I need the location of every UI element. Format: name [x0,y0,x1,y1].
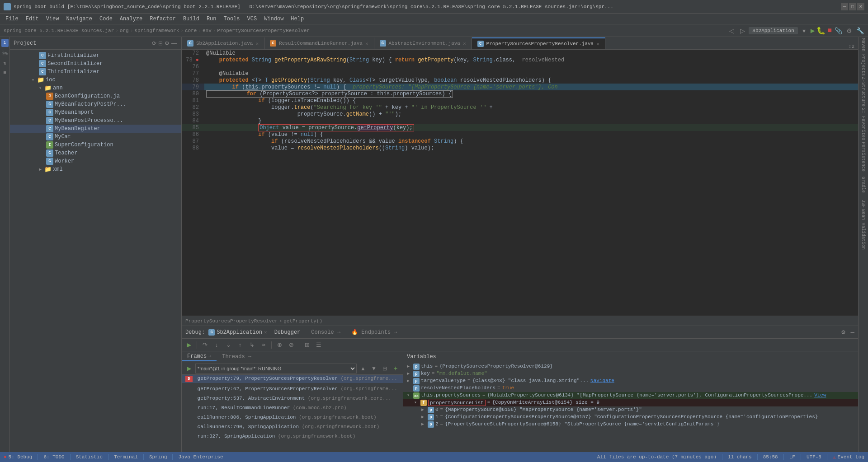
beanvalidation-icon[interactable]: Bean Validation [859,211,868,247]
terminal-button[interactable]: Terminal [114,454,138,460]
menu-build[interactable]: Build [179,15,203,23]
jsf-icon[interactable]: JSF [859,197,868,210]
tree-item-ann[interactable]: ▾ 📁 ann [10,84,181,92]
project-icon[interactable]: 1 [1,39,9,47]
code-editor[interactable]: 72 @Nullable 73 ● protected String getPr… [182,50,858,316]
tree-item-mycat[interactable]: C MyCat [10,133,181,141]
debug-tab-debugger[interactable]: Debugger [271,328,304,336]
project-close-button[interactable]: — [170,39,178,47]
debug-tab-endpoints[interactable]: 🔥 Endpoints → [348,328,401,336]
tab-resultcommandlinerunner[interactable]: C ResultCommandLineRunner.java ✕ [264,37,374,49]
get-thread-dump-button[interactable]: ⊞ [302,340,312,350]
tab-close-button[interactable]: ✕ [365,41,368,47]
var-expand-arrow[interactable]: ▶ [407,378,413,383]
thread-filter-button[interactable]: ⊟ [380,364,389,373]
statistic-button[interactable]: Statistic [76,454,103,460]
java-enterprise-button[interactable]: Java Enterprise [178,454,223,460]
threads-tab[interactable]: Threads → [217,353,257,361]
tab-sb2application[interactable]: C Sb2Application.java ✕ [182,37,264,49]
run-config-dropdown[interactable]: ▾ [800,26,809,35]
debug-button[interactable]: 🐛 [816,26,826,35]
frame-item-3[interactable]: run:17, ResultCommandLineRunner (com.moo… [182,402,403,411]
frame-item-5[interactable]: callRunners:790, SpringApplication (org.… [182,421,403,430]
debug-session-close[interactable]: ✕ [264,329,267,335]
tree-item-mybeanpost[interactable]: C MyBeanPostProcesso... [10,117,181,125]
thread-dropdown[interactable]: *main*@1 in group *main*: RUNNING [195,364,357,373]
debug-status-button[interactable]: ● 5: Debug [4,454,32,460]
menu-analyze[interactable]: Analyze [116,15,146,23]
settings-button[interactable]: 🔧 [855,26,864,35]
var-expand-arrow[interactable]: ▶ [421,414,428,420]
navigate-link[interactable]: Navigate [590,378,614,383]
thread-add-button[interactable]: + [391,364,400,373]
tab-close-button[interactable]: ✕ [463,41,466,47]
structure-icon[interactable]: ≡ [1,69,9,77]
project-sync-button[interactable]: ⟳ [151,39,157,47]
debug-minimize-button[interactable]: — [851,329,854,336]
var-array-2[interactable]: ▶ p 2 = {PropertySourceStubPropertySourc… [403,421,858,428]
step-out-button[interactable]: ↑ [235,340,245,350]
var-expand-arrow[interactable]: ▾ [414,400,420,405]
window-controls[interactable]: ─ □ ✕ [841,3,864,10]
menu-view[interactable]: View [42,15,63,23]
tree-item-xml[interactable]: ▶ 📁 xml [10,165,181,173]
tree-item-mybeanImport[interactable]: C MyBeanImport [10,108,181,117]
menu-vcs[interactable]: VCS [244,15,261,23]
menu-tools[interactable]: Tools [220,15,244,23]
frame-item-4[interactable]: callRunner:806, SpringApplication (org.s… [182,411,403,421]
line-ending[interactable]: LF [789,454,795,460]
project-collapse-button[interactable]: ⊟ [157,39,164,47]
tree-item-mybeanfactory[interactable]: C MyBeanFactoryPostPr... [10,100,181,108]
coverage-button[interactable]: ⚙ [844,26,854,35]
project-settings-button[interactable]: ⚙ [164,39,170,47]
tree-item-firstinitializer[interactable]: C FirstInitializer [10,51,181,60]
resume-button[interactable]: ▶ [184,340,194,350]
run-cursor-button[interactable]: ↳ [246,340,257,350]
tree-item-worker[interactable]: C Worker [10,157,181,165]
settings-button[interactable]: ☰ [313,340,324,350]
step-over-button[interactable]: ↷ [199,340,210,350]
file-encoding[interactable]: UTF-8 [807,454,821,460]
tree-item-thirdinitializer[interactable]: C ThirdInitializer [10,68,181,76]
frame-item-6[interactable]: run:327, SpringApplication (org.springfr… [182,430,403,440]
view-breakpoints-button[interactable]: ⊕ [274,340,285,350]
attach-button[interactable]: 📎 [834,26,843,35]
var-expand-arrow[interactable]: ▶ [407,371,413,376]
run-button[interactable]: ▶ [811,26,815,35]
split-button[interactable]: ↕2 [845,44,858,49]
maven-icon[interactable]: Maven Projects [859,39,868,75]
menu-edit[interactable]: Edit [22,15,42,23]
favorites-icon[interactable]: 2: Favorites [859,108,868,140]
stop-button[interactable]: ■ [827,27,832,35]
menu-help[interactable]: Help [287,15,307,23]
frame-item-2[interactable]: getProperty:537, AbstractEnvironment (or… [182,392,403,402]
tab-close-button[interactable]: ✕ [596,41,599,47]
frame-item-0[interactable]: D getProperty:79, PropertySourcesPropert… [182,375,403,383]
tree-item-teacher[interactable]: C Teacher [10,149,181,157]
var-resolvenestedplaceholders[interactable]: ▶ p resolveNestedPlaceholders = true [403,385,858,392]
tab-propertysources[interactable]: C PropertySourcesPropertyResolver.java ✕ [472,37,605,49]
view-link[interactable]: View [814,392,826,398]
frame-item-1[interactable]: getProperty:62, PropertySourcesPropertyR… [182,383,403,392]
back-button[interactable]: ◁ [727,26,736,35]
tree-item-beanconfiguration[interactable]: J BeanConfiguration.ja [10,92,181,100]
mute-breakpoints-button[interactable]: ⊘ [286,340,297,350]
spring-button[interactable]: Spring [149,454,167,460]
event-log-button[interactable]: ⚠ Event Log [833,454,864,460]
hierarchy-icon[interactable]: ⇅ [1,59,9,67]
menu-code[interactable]: Code [96,15,116,23]
gradle-icon[interactable]: Gradle [859,173,868,196]
maximize-button[interactable]: □ [849,3,856,10]
menu-file[interactable]: File [2,15,22,23]
tree-item-secondinitializer[interactable]: C SecondInitializer [10,60,181,68]
tree-item-mybeanregister[interactable]: C MyBeanRegister [10,125,181,133]
var-propertysources[interactable]: ▾ oo this.propertySources = {MutableProp… [403,392,858,399]
ant-icon[interactable]: 🐜 [1,49,9,57]
tab-close-button[interactable]: ✕ [255,41,259,47]
var-expand-arrow[interactable]: ▶ [421,407,428,412]
close-button[interactable]: ✕ [857,3,864,10]
frames-tab[interactable]: Frames → [182,352,217,361]
zstructure-icon[interactable]: Z-Structure [859,76,868,107]
menu-navigate[interactable]: Navigate [62,15,96,23]
todo-button[interactable]: 6: TODO [43,454,64,460]
